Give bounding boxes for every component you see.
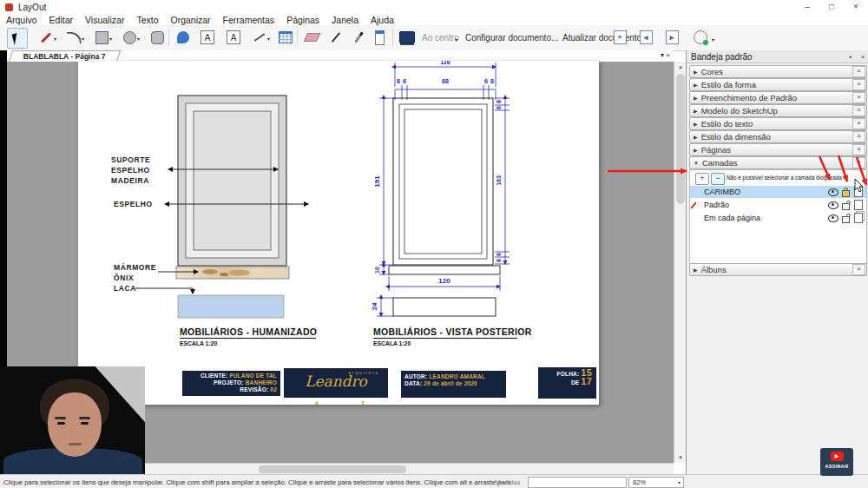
dimension-tool-dropdown[interactable]: ▾ bbox=[267, 36, 270, 42]
chevron-right-icon: ▶ bbox=[694, 134, 698, 140]
dimension-tool-button[interactable] bbox=[250, 28, 269, 47]
minimize-button[interactable]: – bbox=[795, 0, 819, 14]
close-button[interactable]: × bbox=[844, 0, 868, 14]
section-modelo-sketchup[interactable]: ▶Modelo do SketchUp× bbox=[689, 104, 867, 117]
medidas-input[interactable] bbox=[528, 477, 627, 488]
tray-close-button[interactable]: × bbox=[857, 53, 868, 61]
maximize-button[interactable]: □ bbox=[819, 0, 844, 14]
rectangle-tool-button[interactable] bbox=[92, 28, 111, 47]
menu-ferramentas[interactable]: Ferramentas bbox=[217, 15, 281, 25]
ao-centro-arrow[interactable]: ▾ bbox=[455, 36, 457, 43]
add-layer-button[interactable]: + bbox=[695, 173, 709, 185]
menu-visualizar[interactable]: Visualizar bbox=[79, 15, 130, 25]
section-camadas[interactable]: ▼Camadas× bbox=[689, 156, 867, 169]
svg-text:120: 120 bbox=[438, 277, 450, 285]
atualizar-documento-button[interactable]: Atualizar documento bbox=[562, 33, 641, 43]
svg-text:6: 6 bbox=[484, 78, 488, 84]
section-close-icon[interactable]: × bbox=[852, 157, 865, 168]
horizontal-scroll-thumb[interactable] bbox=[259, 465, 406, 473]
account-button[interactable] bbox=[691, 28, 710, 47]
previous-page-button[interactable]: ◂ bbox=[636, 28, 655, 47]
svg-text:6: 6 bbox=[403, 78, 406, 84]
glue-tool-button[interactable] bbox=[370, 28, 389, 47]
arc-tool-dropdown[interactable]: ▾ bbox=[82, 36, 84, 42]
vertical-scroll-thumb[interactable] bbox=[676, 74, 685, 204]
share-layer-icon[interactable] bbox=[854, 187, 863, 197]
rectangle-tool-dropdown[interactable]: ▾ bbox=[109, 36, 112, 42]
tab-list-dropdown[interactable]: ▾ bbox=[661, 51, 664, 59]
polygon-tool-button[interactable] bbox=[148, 28, 167, 47]
section-estilo-texto[interactable]: ▶Estilo do texto× bbox=[689, 117, 867, 130]
select-tool-button[interactable] bbox=[7, 28, 28, 49]
line-tool-dropdown[interactable]: ▾ bbox=[54, 36, 56, 42]
lock-open-icon[interactable] bbox=[842, 216, 850, 223]
section-close-icon[interactable]: × bbox=[852, 92, 865, 103]
style-tool-button[interactable] bbox=[349, 28, 368, 47]
circle-tool-button[interactable] bbox=[120, 28, 139, 47]
section-close-icon[interactable]: × bbox=[852, 144, 865, 155]
share-layer-icon[interactable] bbox=[854, 200, 863, 210]
add-page-button[interactable]: + bbox=[610, 28, 629, 47]
all-pages-icon[interactable] bbox=[854, 213, 863, 223]
menu-ajuda[interactable]: Ajuda bbox=[365, 15, 400, 25]
section-close-icon[interactable]: × bbox=[852, 66, 865, 77]
tray-title: Bandeja padrão bbox=[687, 52, 845, 62]
section-close-icon[interactable]: × bbox=[852, 79, 865, 90]
configurar-documento-button[interactable]: Configurar documento... bbox=[465, 33, 558, 43]
ao-centro-dropdown[interactable]: Ao centro bbox=[422, 33, 459, 43]
svg-text:163: 163 bbox=[496, 175, 502, 186]
cliente-value: FULANO DE TAL bbox=[230, 373, 277, 379]
presentation-button[interactable] bbox=[398, 28, 417, 47]
app-icon bbox=[5, 3, 13, 11]
lock-closed-icon[interactable] bbox=[842, 190, 850, 197]
svg-text:6: 6 bbox=[496, 253, 502, 256]
left-drawing-title: MOBILIÁRIOS - HUMANIZADO bbox=[180, 326, 317, 337]
scroll-down-button[interactable]: ▾ bbox=[674, 452, 687, 463]
layer-row-em-cada-pagina[interactable]: Em cada página bbox=[690, 212, 866, 224]
menu-texto[interactable]: Texto bbox=[130, 15, 164, 25]
menu-arquivo[interactable]: Arquivo bbox=[0, 15, 43, 25]
window-controls: – □ × bbox=[795, 0, 868, 14]
circle-tool-dropdown[interactable]: ▾ bbox=[137, 36, 140, 42]
zoom-select[interactable]: 82% ▾ bbox=[628, 477, 684, 488]
lock-open-icon[interactable] bbox=[842, 203, 850, 210]
arc-tool-button[interactable] bbox=[64, 28, 83, 47]
eraser-tool-button[interactable] bbox=[302, 28, 321, 47]
titleblock-client-box: CLIENTE: FULANO DE TAL PROJETO: BANHEIRO… bbox=[182, 371, 280, 396]
layer-row-padrao[interactable]: Padrão bbox=[690, 199, 866, 211]
menu-paginas[interactable]: Páginas bbox=[280, 15, 326, 25]
subscribe-badge[interactable]: ▶ ASSINAR bbox=[820, 448, 853, 476]
text-tool-button[interactable]: A bbox=[198, 28, 217, 47]
section-close-icon[interactable]: × bbox=[852, 118, 865, 129]
menu-editar[interactable]: Editar bbox=[43, 15, 79, 25]
vertical-scrollbar[interactable]: ▴ ▾ bbox=[674, 62, 687, 463]
chevron-right-icon: ▶ bbox=[694, 95, 698, 101]
layer-row-carimbo[interactable]: CARIMBO bbox=[690, 186, 866, 198]
section-estilo-da-forma[interactable]: ▶Estilo da forma× bbox=[689, 78, 867, 91]
visibility-eye-icon[interactable] bbox=[828, 201, 838, 209]
menu-organizar[interactable]: Organizar bbox=[164, 15, 216, 25]
line-tool-button[interactable] bbox=[36, 28, 56, 47]
section-close-icon[interactable]: × bbox=[852, 131, 865, 142]
section-cores[interactable]: ▶Cores× bbox=[689, 65, 867, 78]
pin-icon[interactable]: ▪ bbox=[845, 53, 857, 61]
section-albuns[interactable]: ▶Álbuns× bbox=[689, 263, 867, 276]
table-tool-button[interactable] bbox=[276, 28, 295, 47]
eyedropper-tool-button[interactable] bbox=[326, 28, 345, 47]
remove-layer-button[interactable]: − bbox=[711, 173, 725, 185]
section-close-icon[interactable]: × bbox=[852, 264, 865, 275]
sketchup-model-button[interactable] bbox=[174, 28, 193, 47]
section-paginas[interactable]: ▶Páginas× bbox=[689, 143, 867, 156]
next-page-button[interactable]: ▸ bbox=[662, 28, 681, 47]
label-tool-button[interactable]: A bbox=[224, 28, 243, 47]
tab-close-button[interactable]: × bbox=[666, 51, 670, 59]
menu-janela[interactable]: Janela bbox=[326, 15, 365, 25]
scroll-up-button[interactable]: ▴ bbox=[674, 62, 687, 72]
visibility-eye-icon[interactable] bbox=[828, 188, 838, 196]
section-estilo-dimensao[interactable]: ▶Estilo da dimensão× bbox=[689, 130, 867, 143]
visibility-eye-icon[interactable] bbox=[828, 214, 838, 222]
section-close-icon[interactable]: × bbox=[852, 105, 865, 116]
account-dropdown[interactable]: ▾ bbox=[712, 36, 714, 43]
layout-page[interactable]: SUPORTE ESPELHO MADEIRA ESPELHO MÁRMORE … bbox=[78, 61, 599, 405]
section-preenchimento[interactable]: ▶Preenchimento de Padrão× bbox=[689, 91, 867, 104]
